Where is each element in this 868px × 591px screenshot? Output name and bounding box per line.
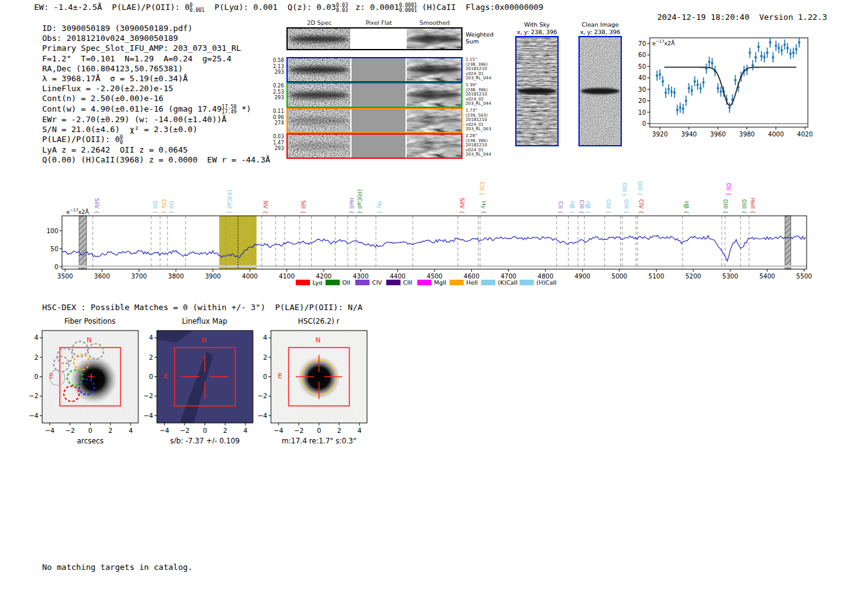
spectrum-line-label: CII { [557, 202, 564, 214]
spectrum-line-label: SiII { [300, 200, 306, 214]
spec2d-row-2-right-labels: 1.39"(238, 396)20181210v024_02203_RL_044 [466, 83, 491, 107]
info-line-10: S/N = 21.0(±4.6) χ² = 2.3(±0.0) [42, 125, 270, 135]
spec2d-row-1-cell-1 [352, 58, 405, 81]
weighted-sum-line-0: Weighted [466, 31, 494, 38]
inset-x-tick-label: 4000 [768, 131, 784, 138]
spec2d-row-1-left-labels: 0.582.13293 [272, 58, 284, 76]
info-line-9: EWr = -2.70(±0.29) (w: -14.00(±1.40))Å [42, 115, 270, 125]
cutout-x-tick-label: 2 [337, 427, 342, 434]
cutout-y-tick-label: 0 [149, 373, 153, 380]
spectrum-x-tick-label: 3800 [168, 273, 184, 280]
spectrum-line-label: OIII { [623, 199, 629, 214]
header-seg-1-sub: 0.001 [190, 8, 205, 13]
data-point [717, 87, 719, 89]
spectrum-x-tick-label: 4000 [242, 273, 257, 280]
inset-y-tick-label: 70 [639, 40, 646, 47]
cutout-x-tick-label: −2 [180, 427, 189, 434]
east-marker: E [278, 372, 282, 380]
spectrum-x-tick-label: 4100 [279, 273, 294, 280]
cutout-x-tick-label: −4 [45, 427, 55, 434]
spec2d-row-3-cell-2 [407, 109, 461, 132]
header-seg-3-sub: 0.03 [336, 8, 348, 13]
data-point [673, 92, 676, 94]
spectrum-x-tick-label: 5300 [722, 273, 738, 280]
legend-label-(K)CaII: (K)CaII [498, 279, 518, 286]
cutout-y-tick-label: 4 [263, 334, 267, 341]
header-seg-2: P(Lyα): 0.001 [215, 2, 278, 12]
info-line-6: LineFlux = -2.20(±2.20)e-15 [42, 84, 270, 94]
right-label-4: 203_RL_044 [466, 102, 491, 107]
info-line-2-text: Primary Spec_Slot_IFU_AMP: 203_073_031_R… [42, 43, 241, 53]
left-label-0: 0.58 [272, 58, 284, 64]
info-line-3: F=1.2" T=0.101 N=1.29 A=0.24 g=25.4 [42, 54, 231, 64]
data-point [688, 87, 690, 89]
info-line-0: ID: 3090050189 (3090050189.pdf) [42, 24, 193, 33]
spectrum-trace [62, 235, 805, 261]
data-point [691, 89, 693, 92]
data-point [676, 109, 678, 111]
left-label-1: 1.47 [272, 140, 284, 146]
info-line-13: Q(0.00) (H)CaII(3968) z = 0.0000 EW r = … [42, 155, 270, 165]
info-line-7-text: Cont(n) = 2.50(±0.00)e-16 [42, 94, 164, 103]
header-seg-4-sub: 0.0001 [399, 8, 417, 13]
legend-label-(H)CaII: (H)CaII [536, 279, 557, 286]
inset-x-tick-label: 4020 [797, 131, 813, 138]
info-line-10-text: S/N = 21.0(±4.6) χ² = 2.3(±0.0) [42, 125, 197, 134]
data-point [667, 88, 670, 91]
info-line-7: Cont(n) = 2.50(±0.00)e-16 [42, 94, 270, 104]
left-label-1: 0.96 [272, 115, 284, 121]
inset-x-tick-label: 3940 [681, 131, 696, 138]
data-point [792, 51, 795, 54]
spectrum-x-tick-label: 4300 [353, 273, 368, 280]
left-label-1: 2.53 [272, 89, 284, 96]
info-line-3: F=1.2" T=0.101 N=1.29 A=0.24 g=25.4 [42, 54, 270, 64]
data-point [766, 51, 768, 54]
header-seg-1-supsub: 00.001 [190, 3, 205, 13]
data-point [789, 53, 792, 55]
info-line-2: Primary Spec_Slot_IFU_AMP: 203_073_031_R… [42, 43, 270, 53]
data-point [728, 107, 731, 109]
error-floor-strip [62, 265, 807, 267]
cutout-x-tick-label: −4 [159, 427, 169, 434]
header-seg-5: (H)CaII Flags:0x00000009 [422, 2, 544, 12]
weighted-sum-label: WeightedSum [466, 31, 494, 45]
cutout-y-tick-label: 4 [149, 334, 153, 341]
cutout-y-tick-label: −2 [144, 392, 153, 399]
spectrum-line-label: Hγ { [376, 201, 383, 214]
cutout-y-tick-label: −2 [258, 392, 267, 399]
info-line-8-tail: *) [237, 104, 251, 113]
spectrum-line-label: OIII { [741, 199, 747, 214]
info-line-7: Cont(n) = 2.50(±0.00)e-16 [42, 94, 164, 104]
spectrum-y-tick-label: 50 [50, 246, 58, 252]
data-point [751, 64, 754, 66]
hsc-dex-match-line: HSC-DEX : Possible Matches = 0 (within +… [42, 303, 363, 313]
header-seg-5-text: (H)CaII Flags:0x00000009 [422, 2, 544, 12]
data-point [781, 49, 783, 51]
sky-title-line: Clean Image [580, 21, 620, 29]
legend-swatch-HeII [450, 280, 464, 285]
header-seg-4: z: 0.00010.00010.0001 [355, 2, 417, 13]
info-line-6: LineFlux = -2.20(±2.20)e-15 [42, 84, 173, 94]
cutout-y-tick-label: −2 [29, 392, 38, 399]
data-point [755, 56, 757, 58]
data-point [656, 74, 658, 77]
data-point [795, 48, 797, 50]
sky-panel-image-0 [515, 36, 559, 146]
spectrum-line-label: HeII { [750, 198, 756, 214]
spectrum-line-label: CIV { [638, 199, 644, 214]
info-line-4-text: RA,Dec (160.804123,50.765381) [42, 64, 183, 73]
north-marker: N [316, 336, 321, 344]
full-spectrum-chart: 3500360037003800390040004100420043004400… [0, 166, 868, 293]
info-line-8-sub: 17.49 [222, 110, 237, 115]
header-seg-3: Q(z): 0.030.030.03 [288, 2, 348, 13]
spectrum-line-label: OII { [152, 201, 158, 214]
cutout-y-tick-label: −4 [29, 412, 39, 419]
data-point [699, 87, 702, 89]
cutout-y-tick-label: 2 [149, 353, 153, 361]
inset-plot-box [650, 38, 808, 127]
data-point [777, 47, 780, 50]
spec2d-row-4-right-labels: 2.28"(238, 396)20181210v024_01203_RL_044 [466, 134, 491, 158]
inset-x-tick-label: 3960 [710, 131, 725, 138]
info-line-0-text: ID: 3090050189 (3090050189.pdf) [42, 24, 193, 33]
info-line-0: ID: 3090050189 (3090050189.pdf) [42, 24, 270, 33]
